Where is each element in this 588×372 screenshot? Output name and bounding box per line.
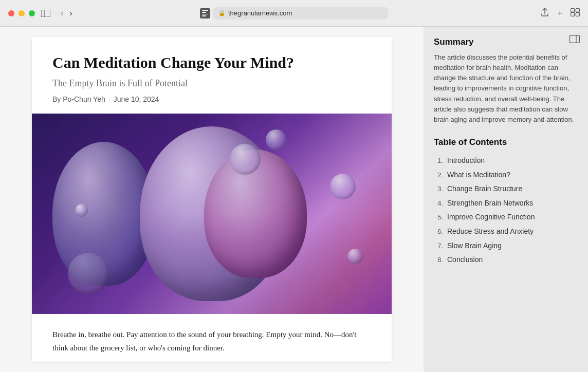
toc-number: 7. — [434, 241, 443, 251]
byline-separator: · — [108, 95, 111, 103]
toc-text: Strengthen Brain Networks — [447, 198, 533, 209]
toc-item[interactable]: 3.Change Brain Structure — [434, 182, 578, 196]
back-button[interactable]: ‹ — [61, 9, 63, 18]
toc-text: Conclusion — [447, 255, 483, 265]
reader-line-2 — [202, 12, 206, 13]
browser-navigation: ‹ › — [41, 9, 72, 18]
browser-chrome: ‹ › 🔒 thegranularnews.com + — [0, 0, 588, 27]
toc-item[interactable]: 2.What is Meditation? — [434, 168, 578, 182]
summary-title: Summary — [434, 37, 578, 47]
toc-item[interactable]: 1.Introduction — [434, 154, 578, 168]
toc-item[interactable]: 7.Slow Brain Aging — [434, 239, 578, 253]
toc-text: Slow Brain Aging — [447, 241, 502, 251]
svg-rect-6 — [570, 35, 580, 43]
toc-item[interactable]: 5.Improve Cognitive Function — [434, 210, 578, 225]
main-area: Can Meditation Change Your Mind? The Emp… — [0, 27, 588, 372]
article-area: Can Meditation Change Your Mind? The Emp… — [0, 27, 424, 372]
reader-mode-icon[interactable] — [200, 8, 210, 18]
svg-rect-2 — [571, 8, 575, 12]
toc-number: 8. — [434, 255, 443, 265]
article-card: Can Meditation Change Your Mind? The Emp… — [32, 37, 392, 362]
sidebar-panel: Summary The article discusses the potent… — [424, 27, 588, 372]
byline-date: June 10, 2024 — [114, 95, 159, 103]
reader-line-3 — [202, 14, 208, 15]
address-bar[interactable]: 🔒 thegranularnews.com — [213, 7, 388, 20]
share-button[interactable] — [540, 8, 549, 19]
toc-number: 1. — [434, 156, 443, 165]
toc-number: 6. — [434, 227, 443, 236]
new-tab-button[interactable]: + — [558, 9, 562, 18]
svg-rect-4 — [571, 12, 575, 16]
byline-author: By Po-Chun Yeh — [52, 95, 105, 103]
maximize-button[interactable] — [29, 10, 35, 16]
toc-text: What is Meditation? — [447, 170, 510, 180]
toc-section: Table of Contents 1.Introduction2.What i… — [434, 137, 578, 267]
article-body-text: Breathe in, breathe out. Pay attention t… — [52, 328, 371, 355]
close-button[interactable] — [8, 10, 14, 16]
toc-text: Reduce Stress and Anxiety — [447, 227, 534, 237]
article-header: Can Meditation Change Your Mind? The Emp… — [32, 37, 392, 114]
svg-rect-0 — [41, 10, 50, 17]
toc-item[interactable]: 4.Strengthen Brain Networks — [434, 196, 578, 211]
address-text: thegranularnews.com — [228, 9, 292, 17]
toc-item[interactable]: 8.Conclusion — [434, 253, 578, 267]
sidebar-toggle-icon[interactable] — [41, 10, 50, 17]
summary-text: The article discusses the potential bene… — [434, 52, 578, 125]
toc-title: Table of Contents — [434, 137, 578, 147]
minimize-button[interactable] — [19, 10, 25, 16]
tab-overview-button[interactable] — [571, 8, 580, 18]
toc-number: 3. — [434, 184, 443, 194]
article-body: Breathe in, breathe out. Pay attention t… — [32, 314, 392, 362]
toc-number: 4. — [434, 199, 443, 208]
image-overlay — [32, 114, 392, 314]
toc-item[interactable]: 6.Reduce Stress and Anxiety — [434, 225, 578, 239]
reader-line-1 — [202, 10, 208, 11]
toc-number: 2. — [434, 171, 443, 180]
toc-number: 5. — [434, 213, 443, 222]
lock-icon: 🔒 — [218, 10, 226, 16]
browser-actions: + — [540, 8, 580, 19]
reader-icon-inner — [202, 10, 208, 16]
svg-rect-5 — [576, 12, 579, 16]
traffic-lights — [8, 10, 35, 16]
article-image — [32, 114, 392, 314]
toc-list: 1.Introduction2.What is Meditation?3.Cha… — [434, 154, 578, 267]
toc-text: Improve Cognitive Function — [447, 212, 535, 222]
address-bar-container: 🔒 thegranularnews.com — [200, 7, 388, 20]
article-title: Can Meditation Change Your Mind? — [52, 53, 371, 72]
summary-section: Summary The article discusses the potent… — [434, 37, 578, 125]
forward-button[interactable]: › — [69, 9, 72, 18]
toc-text: Change Brain Structure — [447, 184, 522, 194]
toc-text: Introduction — [447, 156, 485, 166]
article-subtitle: The Empty Brain is Full of Potential — [52, 78, 371, 89]
article-byline: By Po-Chun Yeh · June 10, 2024 — [52, 95, 371, 103]
reader-line-4 — [202, 15, 206, 16]
svg-rect-3 — [576, 8, 579, 12]
panel-toggle-button[interactable] — [569, 35, 580, 45]
